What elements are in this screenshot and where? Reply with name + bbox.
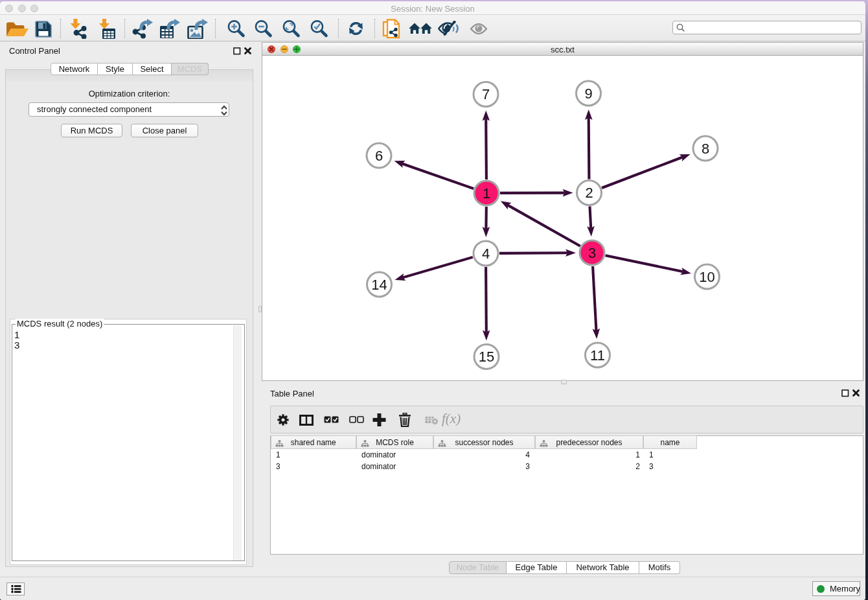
svg-text:10: 10 [699, 269, 714, 285]
svg-text:3: 3 [588, 245, 596, 261]
svg-text:4: 4 [482, 246, 490, 262]
svg-text:9: 9 [584, 86, 592, 102]
svg-text:15: 15 [479, 349, 494, 365]
svg-text:14: 14 [371, 277, 387, 293]
svg-text:8: 8 [702, 141, 709, 157]
svg-text:7: 7 [482, 86, 490, 102]
svg-text:2: 2 [585, 185, 593, 201]
svg-text:11: 11 [590, 347, 605, 363]
svg-text:1: 1 [483, 185, 490, 202]
svg-text:6: 6 [375, 148, 383, 164]
